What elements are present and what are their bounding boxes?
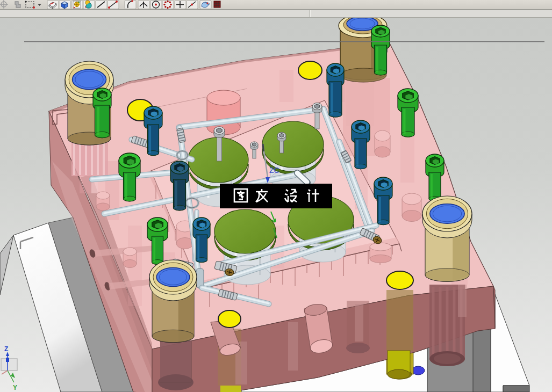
svg-text:Y: Y	[13, 384, 17, 391]
svg-text:ZC: ZC	[269, 166, 279, 175]
svg-text:Z: Z	[4, 345, 8, 353]
